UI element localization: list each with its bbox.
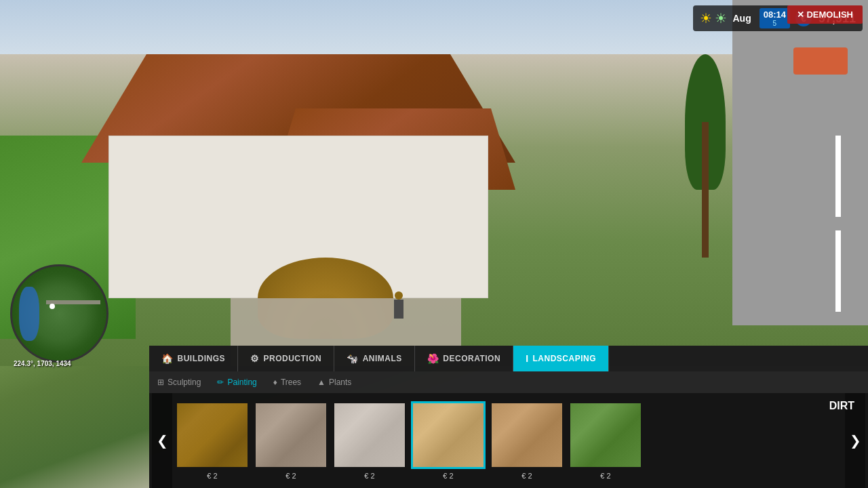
tab-production[interactable]: ⚙ PRODUCTION	[238, 346, 334, 371]
minimap-coordinates: 224.3°, 1703, 1434	[14, 360, 71, 367]
buildings-icon: 🏠	[161, 353, 174, 364]
animals-icon: 🐄	[347, 353, 359, 364]
plants-icon: ▲	[317, 378, 326, 387]
terrain-item-5[interactable]: € 2	[490, 401, 564, 480]
road-line-1	[835, 136, 841, 217]
terrain-texture-1	[177, 403, 248, 467]
minimap-river	[19, 287, 39, 341]
terrain-price-2: € 2	[285, 472, 296, 480]
tab-bar: 🏠 BUILDINGS ⚙ PRODUCTION 🐄 ANIMALS 🌺 DEC…	[149, 346, 868, 371]
carousel-prev[interactable]: ❮	[152, 393, 172, 488]
terrain-price-5: € 2	[521, 472, 532, 480]
terrain-item-6[interactable]: € 2	[568, 401, 643, 480]
hud-time: 08:14	[764, 9, 786, 20]
demolish-button[interactable]: ✕ DEMOLISH	[787, 5, 863, 24]
character-body	[394, 300, 403, 319]
subtab-plants[interactable]: ▲ Plants	[316, 375, 353, 390]
terrain-texture-3	[334, 403, 405, 467]
terrain-texture-5	[492, 403, 562, 467]
terrain-thumb-4	[411, 401, 486, 469]
minimap[interactable]	[10, 264, 108, 363]
terrain-item-3[interactable]: € 2	[332, 401, 407, 480]
terrain-thumb-3	[332, 401, 407, 469]
subtab-plants-label: Plants	[329, 378, 351, 387]
subtab-painting-label: Painting	[227, 378, 256, 387]
subtab-bar: ⊞ Sculpting ✏ Painting ♦ Trees ▲ Plants	[149, 371, 868, 393]
tab-buildings-label: BUILDINGS	[178, 354, 226, 363]
terrain-thumb-1	[175, 401, 250, 469]
terrain-thumb-5	[490, 401, 564, 469]
tab-landscaping-label: LANDSCAPING	[533, 354, 597, 363]
minimap-road	[46, 300, 100, 304]
subtab-trees[interactable]: ♦ Trees	[272, 375, 302, 390]
sun-small-icon: ☀	[715, 10, 727, 26]
terrain-price-4: € 2	[443, 472, 453, 480]
terrain-thumb-6	[568, 401, 643, 469]
tab-decoration[interactable]: 🌺 DECORATION	[415, 346, 513, 371]
items-row: ❮ € 2€ 2€ 2€ 2€ 2€ 2 ❯ DIRT	[149, 393, 868, 488]
hud-month: Aug	[732, 13, 751, 24]
tractor	[793, 47, 848, 75]
landscaping-icon: I	[526, 353, 528, 364]
terrain-price-1: € 2	[207, 472, 217, 480]
subtab-sculpting-label: Sculpting	[167, 378, 201, 387]
terrain-item-1[interactable]: € 2	[175, 401, 250, 480]
production-icon: ⚙	[250, 353, 260, 364]
hud-time-block: 08:14 5	[760, 8, 790, 28]
tab-landscaping[interactable]: I LANDSCAPING	[513, 346, 609, 371]
subtab-trees-label: Trees	[281, 378, 301, 387]
road-line-2	[835, 230, 841, 312]
tab-production-label: PRODUCTION	[264, 354, 322, 363]
character-head	[395, 291, 403, 300]
sun-icon: ☀	[700, 10, 712, 26]
subtab-painting[interactable]: ✏ Painting	[216, 375, 258, 390]
tab-buildings[interactable]: 🏠 BUILDINGS	[149, 346, 238, 371]
tab-animals-label: ANIMALS	[363, 354, 402, 363]
items-container: € 2€ 2€ 2€ 2€ 2€ 2	[172, 396, 845, 485]
terrain-item-4[interactable]: € 2	[411, 401, 486, 480]
terrain-item-2[interactable]: € 2	[254, 401, 328, 480]
tab-animals[interactable]: 🐄 ANIMALS	[334, 346, 415, 371]
tree	[685, 54, 726, 258]
trees-icon: ♦	[273, 378, 277, 387]
painting-icon: ✏	[217, 378, 224, 387]
bottom-panel: 🏠 BUILDINGS ⚙ PRODUCTION 🐄 ANIMALS 🌺 DEC…	[149, 346, 868, 488]
terrain-texture-4	[413, 403, 484, 467]
terrain-price-3: € 2	[364, 472, 374, 480]
terrain-thumb-2	[254, 401, 328, 469]
minimap-player-marker	[50, 304, 55, 309]
decoration-icon: 🌺	[427, 353, 439, 364]
selected-item-name: DIRT	[829, 400, 854, 412]
terrain-texture-2	[256, 403, 326, 467]
tree-trunk	[702, 122, 709, 258]
terrain-texture-6	[570, 403, 641, 467]
player-character	[393, 291, 404, 319]
terrain-price-6: € 2	[600, 472, 610, 480]
subtab-sculpting[interactable]: ⊞ Sculpting	[156, 375, 202, 390]
hud-speed: 5	[773, 20, 777, 27]
farm-building	[81, 54, 502, 298]
sculpting-icon: ⊞	[157, 378, 164, 387]
tab-decoration-label: DECORATION	[443, 354, 500, 363]
